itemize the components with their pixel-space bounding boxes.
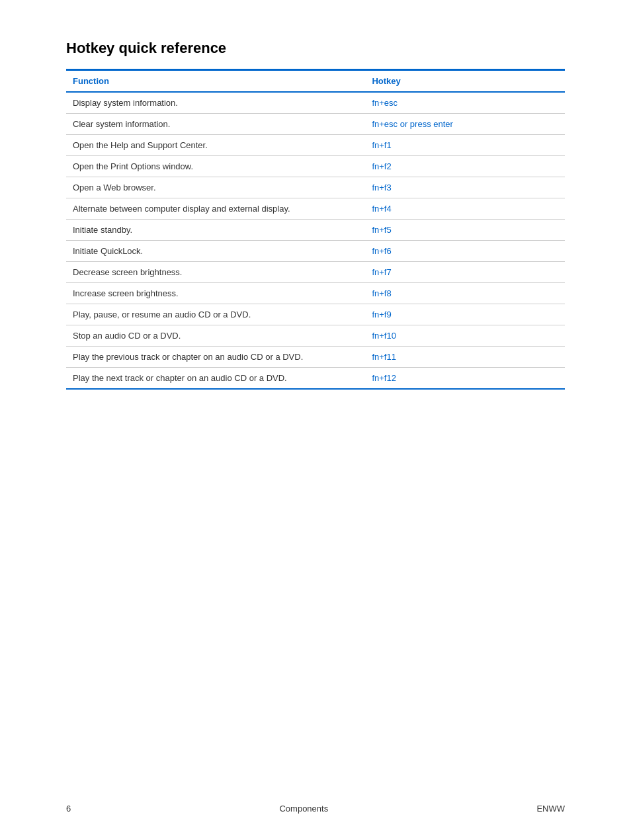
table-row: Play the previous track or chapter on an… (66, 347, 565, 368)
hotkey-cell: fn+f3 (365, 177, 565, 198)
table-row: Open the Print Options window.fn+f2 (66, 156, 565, 177)
function-cell: Play, pause, or resume an audio CD or a … (66, 304, 365, 325)
function-cell: Decrease screen brightness. (66, 262, 365, 283)
table-header-row: Function Hotkey (66, 70, 565, 93)
footer-section: Components (279, 804, 328, 814)
table-row: Play, pause, or resume an audio CD or a … (66, 304, 565, 325)
table-row: Open the Help and Support Center.fn+f1 (66, 135, 565, 156)
function-cell: Increase screen brightness. (66, 283, 365, 304)
function-cell: Play the previous track or chapter on an… (66, 347, 365, 368)
hotkey-cell: fn+f10 (365, 325, 565, 347)
function-cell: Open the Print Options window. (66, 156, 365, 177)
hotkey-cell: fn+f2 (365, 156, 565, 177)
hotkey-cell: fn+esc (365, 92, 565, 114)
function-cell: Initiate QuickLock. (66, 241, 365, 262)
col-header-hotkey: Hotkey (365, 70, 565, 93)
function-cell: Alternate between computer display and e… (66, 198, 365, 220)
hotkey-cell: fn+f4 (365, 198, 565, 220)
hotkey-cell: fn+f11 (365, 347, 565, 368)
hotkey-cell: fn+f1 (365, 135, 565, 156)
hotkey-cell: fn+esc or press enter (365, 114, 565, 135)
page-content: Hotkey quick reference Function Hotkey D… (0, 0, 631, 442)
table-row: Initiate standby.fn+f5 (66, 220, 565, 241)
function-cell: Display system information. (66, 92, 365, 114)
function-cell: Open the Help and Support Center. (66, 135, 365, 156)
footer: 6 Components ENWW (66, 804, 565, 814)
hotkey-table: Function Hotkey Display system informati… (66, 69, 565, 390)
hotkey-cell: fn+f9 (365, 304, 565, 325)
table-row: Alternate between computer display and e… (66, 198, 565, 220)
hotkey-cell: fn+f7 (365, 262, 565, 283)
hotkey-cell: fn+f8 (365, 283, 565, 304)
table-row: Decrease screen brightness.fn+f7 (66, 262, 565, 283)
footer-locale: ENWW (536, 804, 565, 814)
function-cell: Clear system information. (66, 114, 365, 135)
table-row: Open a Web browser.fn+f3 (66, 177, 565, 198)
hotkey-cell: fn+f5 (365, 220, 565, 241)
function-cell: Play the next track or chapter on an aud… (66, 368, 365, 390)
hotkey-cell: fn+f6 (365, 241, 565, 262)
table-body: Display system information.fn+escClear s… (66, 92, 565, 389)
table-row: Display system information.fn+esc (66, 92, 565, 114)
table-row: Initiate QuickLock.fn+f6 (66, 241, 565, 262)
function-cell: Stop an audio CD or a DVD. (66, 325, 365, 347)
function-cell: Initiate standby. (66, 220, 365, 241)
footer-page-number: 6 (66, 804, 71, 814)
function-cell: Open a Web browser. (66, 177, 365, 198)
table-row: Increase screen brightness.fn+f8 (66, 283, 565, 304)
table-row: Clear system information.fn+esc or press… (66, 114, 565, 135)
table-row: Stop an audio CD or a DVD.fn+f10 (66, 325, 565, 347)
hotkey-cell: fn+f12 (365, 368, 565, 390)
table-row: Play the next track or chapter on an aud… (66, 368, 565, 390)
page-title: Hotkey quick reference (66, 40, 565, 57)
col-header-function: Function (66, 70, 365, 93)
